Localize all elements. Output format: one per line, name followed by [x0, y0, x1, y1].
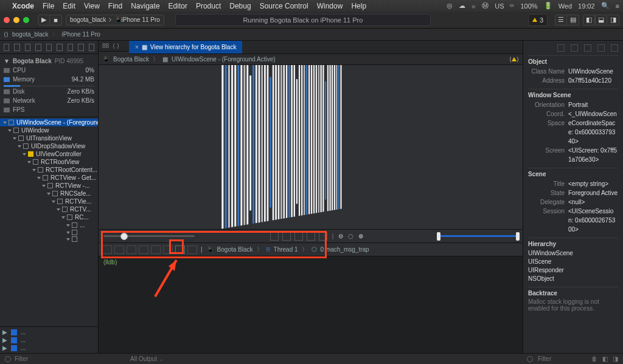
- section-backtrace: Backtrace: [528, 287, 618, 297]
- view-hierarchy-tree[interactable]: UIWindowScene - (Foreground...UIWindowUI…: [0, 117, 98, 244]
- depth-range[interactable]: [439, 235, 518, 237]
- jump-bar[interactable]: ⟨⟩ bogota_black〉 iPhone 11 Pro: [0, 29, 623, 41]
- tab-view-hierarchy[interactable]: × ▦ View hierarchy for Bogota Black: [129, 41, 242, 53]
- orient-icon[interactable]: [294, 232, 303, 241]
- tree-row[interactable]: ...: [0, 221, 98, 229]
- console-filter-icon[interactable]: [527, 356, 533, 362]
- tree-row[interactable]: RCTRootView: [0, 158, 98, 166]
- toggle-bottom-panel[interactable]: ⬓: [595, 15, 607, 26]
- debug-frame[interactable]: 0 mach_msg_trap: [321, 246, 369, 253]
- spotlight-icon[interactable]: 🔍: [601, 2, 610, 10]
- step-out-button[interactable]: [151, 246, 161, 254]
- wifi-icon[interactable]: ⌔: [510, 2, 514, 10]
- zoom-reset-icon[interactable]: ◌: [348, 233, 353, 239]
- memory-graph-button[interactable]: [175, 246, 185, 254]
- run-button[interactable]: ▶: [38, 15, 50, 26]
- debug-bar: | 📱Bogota Black〉 ⎘Thread 1〉 ⎔0 mach_msg_…: [99, 242, 523, 256]
- bottom-bar: All Output ⌄ 🗑 ◧ ◨: [0, 353, 623, 364]
- window-toolbar: ▶ ■ bogota_black 📱 iPhone 11 Pro Running…: [0, 12, 623, 29]
- navigator-panel: ▼Bogota Black PID 48995 CPU0% Memory94.2…: [0, 41, 99, 353]
- debug-thread[interactable]: Thread 1: [274, 246, 298, 253]
- menu-window[interactable]: Window: [317, 2, 343, 10]
- menu-view[interactable]: View: [84, 2, 100, 10]
- close-icon[interactable]: ×: [135, 44, 139, 50]
- menu-file[interactable]: File: [43, 2, 54, 10]
- debug-view-button[interactable]: [163, 246, 173, 254]
- menubar: Xcode File Edit View Find Navigate Edito…: [0, 0, 623, 12]
- menu-source-control[interactable]: Source Control: [260, 2, 308, 10]
- editor-tabs: × ▦ View hierarchy for Bogota Black: [129, 41, 523, 54]
- spacing-slider[interactable]: [103, 235, 195, 237]
- split-right-icon[interactable]: ◨: [613, 355, 618, 362]
- tree-row[interactable]: RCTVie...: [0, 197, 98, 205]
- tree-row[interactable]: RCTView - Get...: [0, 174, 98, 182]
- stop-button[interactable]: ■: [50, 15, 62, 26]
- zoom-in-icon[interactable]: ⊕: [358, 233, 363, 239]
- menu-navigate[interactable]: Navigate: [131, 2, 159, 10]
- tree-row[interactable]: UIWindowScene - (Foreground...: [0, 118, 98, 126]
- window-traffic-lights[interactable]: [4, 17, 29, 23]
- menu-editor[interactable]: Editor: [169, 2, 187, 10]
- tree-row[interactable]: UIWindow: [0, 126, 98, 134]
- toggle-left-panel[interactable]: ◧: [583, 15, 595, 26]
- volume-pct: 100%: [520, 2, 537, 10]
- tree-row[interactable]: RC...: [0, 213, 98, 221]
- step-in-button[interactable]: [139, 246, 148, 254]
- tree-row[interactable]: [0, 229, 98, 236]
- menu-help[interactable]: Help: [351, 2, 366, 10]
- debug-proc[interactable]: Bogota Black: [217, 246, 253, 253]
- breakpoint-area[interactable]: ▶... ▶... ▶...: [0, 326, 98, 353]
- menu-product[interactable]: Product: [196, 2, 221, 10]
- activity-status: Running Bogota Black on iPhone 11 Pro: [175, 14, 431, 26]
- issues-badge[interactable]: 3: [528, 14, 548, 26]
- backtrace-msg: Malloc stack logging is not enabled for …: [528, 298, 618, 312]
- toggle-right-panel[interactable]: ◨: [607, 15, 619, 26]
- debug-gauges: ▼Bogota Black PID 48995 CPU0% Memory94.2…: [0, 54, 98, 117]
- console-filter-input[interactable]: [538, 355, 586, 362]
- scheme-selector[interactable]: bogota_black 📱 iPhone 11 Pro: [66, 15, 164, 26]
- trash-icon[interactable]: 🗑: [591, 355, 597, 362]
- scheme-name: bogota_black: [70, 16, 106, 23]
- nav-filter-input[interactable]: [15, 355, 63, 362]
- tree-row[interactable]: RNCSafe...: [0, 190, 98, 197]
- input-lang[interactable]: US: [495, 2, 504, 10]
- day: Wed: [559, 2, 572, 10]
- tree-row[interactable]: RCTV...: [0, 205, 98, 213]
- class-name: UIWindowScene: [568, 67, 618, 76]
- tree-row[interactable]: [0, 236, 98, 242]
- editor-layout-btn[interactable]: ☰: [555, 15, 567, 26]
- process-name: Bogota Black: [13, 58, 52, 64]
- tree-row[interactable]: RCTRootContent...: [0, 166, 98, 174]
- status-icon: ☁: [459, 2, 465, 10]
- menu-find[interactable]: Find: [108, 2, 122, 10]
- toggle-breakpoints-button[interactable]: [102, 246, 112, 254]
- inspector-selector[interactable]: [528, 44, 618, 52]
- tree-row[interactable]: RCTView -...: [0, 182, 98, 190]
- editor-jump-bar[interactable]: 📱Bogota Black〉 ▦UIWindowScene - (Foregro…: [99, 54, 523, 65]
- app-name[interactable]: Xcode: [12, 2, 34, 10]
- mode-icon[interactable]: [307, 232, 315, 241]
- add-editor-btn[interactable]: ▤: [567, 15, 579, 26]
- zoom-out-icon[interactable]: ⊖: [338, 233, 343, 239]
- view-hierarchy-canvas[interactable]: [99, 65, 523, 229]
- output-selector[interactable]: All Output ⌄: [130, 355, 164, 362]
- filter-icon[interactable]: [5, 356, 11, 362]
- tree-row[interactable]: UITransitionView: [0, 134, 98, 142]
- constraints-icon[interactable]: [282, 232, 291, 241]
- split-left-icon[interactable]: ◧: [602, 355, 608, 362]
- simulate-button[interactable]: [187, 246, 197, 254]
- status-icon: ⟐: [472, 2, 476, 10]
- notif-icon[interactable]: ≡: [616, 2, 619, 10]
- clip-icon[interactable]: [270, 232, 279, 241]
- step-over-button[interactable]: [127, 246, 136, 254]
- navigator-selector[interactable]: [0, 41, 98, 54]
- related-items-icon[interactable]: 88: [102, 43, 109, 49]
- tree-row[interactable]: UIDropShadowView: [0, 142, 98, 150]
- inspector-panel: Object Class NameUIWindowScene Address0x…: [523, 41, 623, 353]
- tree-row[interactable]: UIViewController: [0, 150, 98, 158]
- menu-edit[interactable]: Edit: [63, 2, 75, 10]
- menu-debug[interactable]: Debug: [229, 2, 251, 10]
- grid-icon[interactable]: [319, 232, 327, 241]
- debug-console[interactable]: (lldb): [99, 256, 523, 353]
- continue-button[interactable]: [114, 246, 124, 254]
